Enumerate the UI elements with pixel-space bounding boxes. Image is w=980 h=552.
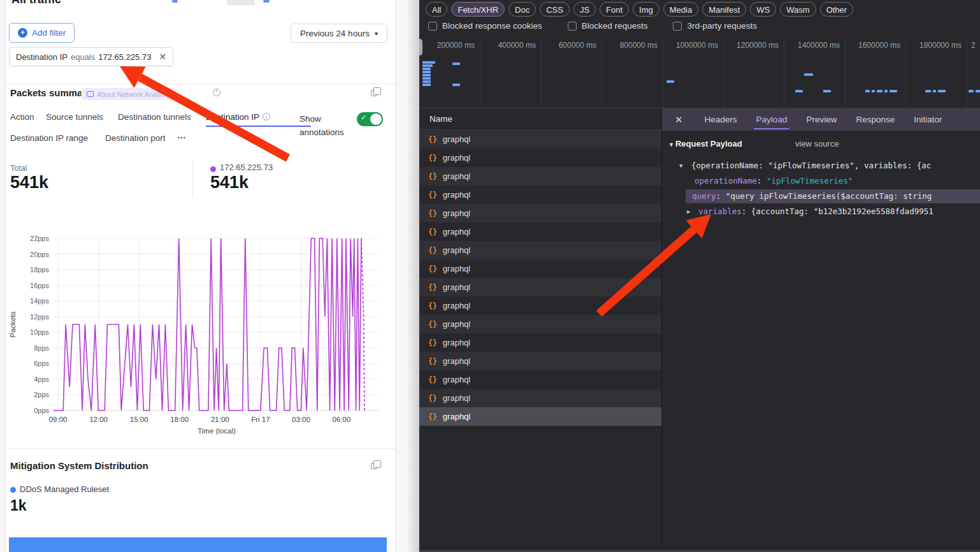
filter-pill-ws[interactable]: WS — [750, 2, 776, 17]
mitigation-legend: DDoS Managed Ruleset — [20, 484, 109, 494]
checkbox-icon[interactable] — [673, 22, 682, 31]
filter-pill-all[interactable]: All — [426, 2, 447, 17]
panel-gap — [398, 0, 419, 552]
devtools-network-panel: AllFetch/XHRDocCSSJSFontImgMediaManifest… — [419, 0, 980, 552]
payload-line[interactable]: ▼{operationName: "ipFlowTimeseries", var… — [662, 158, 980, 173]
filter-pill-doc[interactable]: Doc — [508, 2, 536, 17]
payload-line[interactable]: operationName: "ipFlowTimeseries" — [662, 173, 980, 189]
request-timing-bar — [795, 90, 803, 92]
filter-pill-media[interactable]: Media — [663, 2, 698, 17]
filter-pill-css[interactable]: CSS — [540, 2, 570, 17]
request-row[interactable]: {}graphql — [419, 407, 661, 426]
request-timing-bar — [667, 80, 674, 83]
json-braces-icon: {} — [428, 375, 437, 384]
checkbox-blocked-requests[interactable]: Blocked requests — [568, 21, 648, 31]
tab-destination-tunnels[interactable]: Destination tunnels — [118, 112, 191, 122]
request-row[interactable]: {}graphql — [419, 389, 661, 407]
json-braces-icon: {} — [428, 172, 437, 181]
svg-text:15:00: 15:00 — [130, 416, 148, 423]
request-row[interactable]: {}graphql — [419, 315, 661, 333]
filter-chip[interactable]: Destination IP equals 172.65.225.73 ✕ — [9, 47, 173, 66]
request-row[interactable]: {}graphql — [419, 278, 661, 296]
request-timing-bar — [452, 62, 460, 65]
series-ip-label: 172.65.225.73 — [220, 163, 273, 172]
request-row[interactable]: {}graphql — [419, 149, 661, 167]
filter-pill-img[interactable]: Img — [633, 2, 659, 17]
json-braces-icon: {} — [428, 135, 437, 144]
clipped-ui-fragment — [172, 0, 178, 3]
network-overview-timeline[interactable]: 200000 ms400000 ms600000 ms800000 ms1000… — [419, 37, 980, 108]
request-row[interactable]: {}graphql — [419, 259, 661, 278]
history-clock-icon[interactable] — [213, 89, 220, 96]
filter-pill-font[interactable]: Font — [600, 2, 629, 17]
filter-pill-manifest[interactable]: Manifest — [702, 2, 746, 17]
tab-destination-port[interactable]: Destination port — [105, 133, 166, 143]
tab-action[interactable]: Action — [10, 112, 34, 122]
detail-tab-payload[interactable]: Payload — [756, 108, 788, 131]
json-braces-icon: {} — [428, 228, 437, 236]
legend-dot — [10, 487, 16, 493]
view-source-link[interactable]: view source — [795, 139, 839, 149]
tab-source-tunnels[interactable]: Source tunnels — [46, 112, 103, 122]
detail-tab-response[interactable]: Response — [856, 108, 895, 131]
json-braces-icon: {} — [428, 338, 437, 347]
expander-right-icon[interactable]: ▶ — [687, 204, 690, 219]
tab-more[interactable]: ⋯ — [177, 132, 186, 142]
detail-tab-preview[interactable]: Preview — [806, 108, 837, 131]
request-row[interactable]: {}graphql — [419, 185, 661, 204]
badge-label: About Network Analytics — [97, 91, 173, 98]
time-range-dropdown[interactable]: Previous 24 hours ▾ — [291, 24, 387, 43]
filter-pill-fetch-xhr[interactable]: Fetch/XHR — [451, 2, 505, 17]
active-tab-underline — [206, 126, 311, 127]
detail-tab-initiator[interactable]: Initiator — [914, 108, 942, 131]
name-column-header[interactable]: Name — [419, 108, 661, 130]
add-filter-button[interactable]: + Add filter — [9, 23, 75, 43]
checkbox-3rd-party-requests[interactable]: 3rd-party requests — [673, 21, 757, 31]
expander-down-icon[interactable]: ▼ — [679, 158, 682, 173]
request-row[interactable]: {}graphql — [419, 222, 661, 241]
show-annotations-toggle[interactable]: ✓ — [357, 112, 383, 126]
about-network-analytics-badge[interactable]: About Network Analytics — [81, 88, 178, 100]
request-row[interactable]: {}graphql — [419, 296, 661, 315]
checkbox-icon[interactable] — [568, 22, 577, 31]
total-label: Total — [10, 164, 27, 173]
payload-line-text: query: "query ipFlowTimeseries($accountT… — [692, 189, 932, 204]
detail-tab-headers[interactable]: Headers — [705, 108, 737, 131]
add-filter-label: Add filter — [32, 28, 66, 38]
resource-filter-pills: AllFetch/XHRDocCSSJSFontImgMediaManifest… — [426, 2, 853, 17]
copy-panel-icon[interactable] — [371, 463, 377, 469]
copy-panel-icon[interactable] — [371, 90, 377, 96]
remove-filter-icon[interactable]: ✕ — [159, 52, 166, 62]
total-value: 541k — [10, 173, 48, 192]
divider — [6, 448, 396, 449]
filter-pill-wasm[interactable]: Wasm — [780, 2, 816, 17]
request-row[interactable]: {}graphql — [419, 352, 661, 370]
chart-svg: 0pps2pps4pps6pps8pps10pps12pps14pps16pps… — [6, 229, 389, 440]
timeline-gridline — [723, 37, 724, 108]
request-timing-bar — [422, 77, 431, 80]
request-row[interactable]: {}graphql — [419, 241, 661, 259]
payload-line[interactable]: query: "query ipFlowTimeseries($accountT… — [662, 189, 980, 204]
request-row[interactable]: {}graphql — [419, 130, 661, 149]
timeline-tick-label: 1200000 ms — [725, 41, 779, 50]
packets-timeseries-chart: 0pps2pps4pps6pps8pps10pps12pps14pps16pps… — [6, 229, 389, 442]
filter-pill-other[interactable]: Other — [820, 2, 854, 17]
checkbox-icon[interactable] — [428, 22, 437, 31]
request-timing-bar — [804, 73, 813, 76]
request-row[interactable]: {}graphql — [419, 333, 661, 352]
checkbox-blocked-response-cookies[interactable]: Blocked response cookies — [428, 21, 542, 31]
request-name: graphql — [443, 338, 470, 347]
request-payload-header[interactable]: ▼Request Payload — [668, 139, 742, 149]
svg-text:12pps: 12pps — [30, 313, 49, 321]
request-row[interactable]: {}graphql — [419, 204, 661, 222]
payload-line[interactable]: ▶variables: {accountTag: "b12e3b2192ee55… — [662, 204, 980, 219]
request-name: graphql — [443, 153, 470, 163]
mitigation-value: 1k — [10, 497, 27, 514]
request-row[interactable]: {}graphql — [419, 370, 661, 389]
filter-pill-js[interactable]: JS — [573, 2, 596, 17]
close-panel-icon[interactable]: ✕ — [675, 114, 683, 126]
request-timing-bar — [422, 68, 431, 70]
tab-destination-ip-range[interactable]: Destination IP range — [10, 133, 88, 143]
tab-destination-ip[interactable]: Destination IPi — [206, 112, 270, 122]
request-row[interactable]: {}graphql — [419, 167, 661, 185]
